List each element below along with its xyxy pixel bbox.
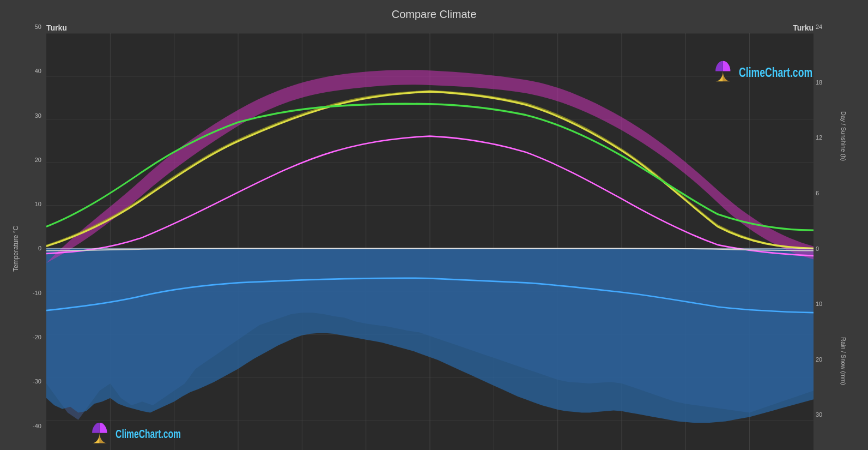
city-label-right: Turku (793, 23, 814, 32)
y-axis-right-top-label: Day / Sunshine (h) (833, 23, 854, 249)
watermark-top-text: ClimeChart.com (739, 65, 812, 80)
y-tick-40: 40 (21, 68, 41, 74)
watermark-bottom-text: ClimeChart.com (116, 428, 181, 441)
page-wrapper: Compare Climate Temperature °C 50 40 30 … (0, 0, 868, 450)
y-tick-0: 0 (21, 245, 41, 251)
y-tick-minus10: -10 (21, 290, 41, 296)
y-axis-left-container: Temperature °C 50 40 30 20 10 0 -10 -20 … (11, 23, 46, 450)
y-axis-left-label: Temperature °C (11, 23, 21, 450)
y-tick-r-6: 6 (816, 190, 833, 196)
y-tick-20: 20 (21, 157, 41, 163)
y-tick-r-20: 20 (816, 356, 833, 363)
y-tick-minus40: -40 (21, 423, 41, 429)
chart-canvas-wrapper: ClimeChart.com ClimeChart.com (46, 33, 814, 450)
chart-middle: Turku Turku (46, 23, 814, 450)
y-tick-10: 10 (21, 201, 41, 207)
y-tick-r-18: 18 (816, 79, 833, 86)
y-tick-r-12: 12 (816, 134, 833, 141)
y-tick-r-30: 30 (816, 411, 833, 418)
y-tick-minus20: -20 (21, 334, 41, 340)
y-ticks-left: 50 40 30 20 10 0 -10 -20 -30 -40 -50 (21, 23, 44, 450)
y-tick-50: 50 (21, 23, 41, 30)
y-ticks-right: 24 18 12 6 0 10 20 30 40 (814, 23, 833, 450)
y-axis-right-bottom-label: Rain / Snow (mm) (833, 249, 854, 451)
chart-svg: ClimeChart.com ClimeChart.com (46, 33, 814, 450)
city-label-left: Turku (46, 23, 67, 32)
chart-area: Temperature °C 50 40 30 20 10 0 -10 -20 … (11, 23, 857, 450)
y-tick-r-0: 0 (816, 245, 833, 252)
y-axis-right-container: 24 18 12 6 0 10 20 30 40 Day / Sunshine … (814, 23, 857, 450)
y-tick-r-10: 10 (816, 301, 833, 307)
city-labels-row: Turku Turku (46, 23, 814, 33)
y-tick-minus30: -30 (21, 378, 41, 385)
y-axis-right-labels: Day / Sunshine (h) Rain / Snow (mm) (833, 23, 854, 450)
y-tick-r-24: 24 (816, 23, 833, 30)
y-tick-30: 30 (21, 112, 41, 119)
chart-title: Compare Climate (11, 5, 857, 23)
